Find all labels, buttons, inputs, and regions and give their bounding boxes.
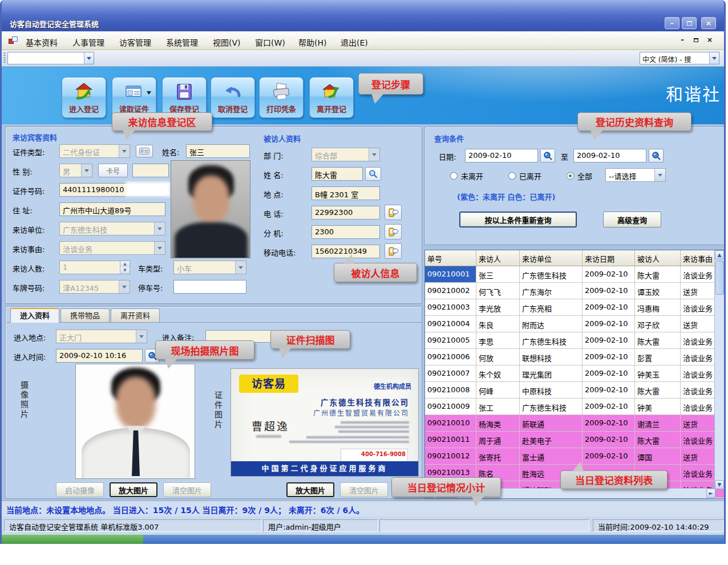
close-button[interactable]: × (701, 17, 716, 29)
table-row[interactable]: 090210009张工广东德生科技2009-02-10钟美洽谈业务 (425, 399, 725, 415)
table-cell[interactable]: 冯惠梅 (635, 299, 681, 316)
clear-card-button[interactable]: 清空图片 (340, 482, 388, 497)
table-cell[interactable]: 2009-02-10 (583, 399, 635, 415)
table-row[interactable]: 090210011周于通赴美电子2009-02-10陈大雷洽谈业务 (425, 432, 725, 448)
table-cell[interactable]: 朱个奴 (476, 365, 520, 382)
date-to-field[interactable]: 2009-02-10 (573, 149, 646, 162)
table-cell[interactable]: 理光集团 (520, 365, 583, 382)
table-cell[interactable]: 李光放 (476, 299, 520, 316)
stepper-up-icon[interactable]: ▲ (120, 261, 130, 267)
table-cell[interactable]: 090210010 (425, 415, 476, 432)
plate-combobox[interactable]: 津A12345 (59, 280, 130, 294)
table-cell[interactable]: 张工 (476, 399, 520, 415)
scroll-right-icon[interactable]: ► (706, 489, 715, 498)
enter-registration-button[interactable]: 进入登记 (62, 77, 106, 118)
table-cell[interactable]: 钟美玉 (635, 365, 681, 382)
table-cell[interactable]: 洽谈业务 (681, 299, 715, 316)
table-cell[interactable]: 090210002 (425, 283, 476, 299)
table-cell[interactable]: 朱良 (476, 316, 520, 332)
quick-select-combobox[interactable] (7, 52, 94, 64)
table-cell[interactable]: 送货 (681, 415, 715, 432)
table-cell[interactable]: 2009-02-10 (583, 266, 635, 283)
address-field[interactable]: 广州市中山大道89号 (59, 202, 165, 216)
table-cell[interactable]: 2009-02-10 (583, 299, 635, 316)
table-row[interactable]: 090210007朱个奴理光集团2009-02-10钟美玉洽谈业务 (425, 365, 725, 382)
print-receipt-button[interactable]: 打印凭条 (259, 77, 304, 118)
zoom-card-button[interactable]: 放大图片 (286, 482, 334, 497)
restore-button[interactable] (682, 17, 697, 29)
table-cell[interactable]: 090210001 (425, 266, 476, 283)
table-cell[interactable]: 2009-02-10 (583, 448, 635, 465)
start-camera-button[interactable]: 启动摄像 (56, 482, 104, 497)
leave-registration-button[interactable]: 离开登记 (309, 77, 354, 118)
toolbar-grip[interactable] (3, 52, 6, 64)
menu-item-basic-data[interactable]: 基本资料 (22, 35, 61, 49)
chevron-down-icon[interactable] (709, 52, 719, 64)
table-row[interactable]: 090210008何峰中原科技2009-02-10陈大雷洽谈业务 (425, 382, 725, 399)
sms-notify-button-mobile[interactable] (385, 243, 402, 259)
stepper-down-icon[interactable]: ▼ (120, 267, 130, 274)
menu-item-help[interactable]: 帮助(H) (295, 35, 330, 49)
table-cell[interactable]: 090210004 (425, 316, 476, 332)
visit-reason-combobox[interactable]: 洽谈业务 (59, 241, 165, 255)
mdi-close-button[interactable]: × (705, 36, 715, 45)
column-header[interactable]: 被访人 (635, 250, 681, 266)
table-row[interactable]: 090210005李思广东德生科技2009-02-10陈大雷洽谈业务 (425, 332, 725, 349)
card-reader-button[interactable] (136, 145, 153, 157)
table-cell[interactable]: 赴美电子 (520, 432, 583, 448)
cancel-registration-button[interactable]: 取消登记 (211, 77, 255, 118)
table-cell[interactable]: 广东德生科技 (520, 332, 583, 349)
table-cell[interactable]: 2009-02-10 (583, 283, 635, 299)
column-header[interactable]: 单号 (425, 250, 476, 266)
date-from-picker-button[interactable] (540, 149, 555, 162)
visit-company-combobox[interactable]: 广东德生科技 (59, 222, 165, 235)
column-header[interactable]: 来访事由 (681, 250, 715, 266)
mdi-restore-button[interactable] (691, 36, 701, 45)
requery-button[interactable]: 按以上条件重新查询 (459, 212, 577, 227)
table-cell[interactable]: 彭置 (635, 349, 681, 365)
table-cell[interactable]: 送货 (681, 316, 715, 332)
table-cell[interactable]: 洽谈业务 (681, 399, 715, 415)
table-cell[interactable]: 何飞飞 (476, 283, 520, 299)
menu-item-hr[interactable]: 人事管理 (69, 35, 108, 49)
table-cell[interactable]: 张三 (476, 266, 520, 283)
language-combobox[interactable]: 中文 (简体) - 搜 (640, 52, 719, 64)
column-header[interactable]: 来访日期 (583, 250, 635, 266)
table-cell[interactable]: 090210007 (425, 365, 476, 382)
vehicle-type-combobox[interactable]: 小车 (173, 261, 246, 274)
table-cell[interactable]: 090210009 (425, 399, 476, 415)
sms-notify-button-phone[interactable] (385, 205, 402, 220)
table-cell[interactable]: 何峰 (476, 382, 520, 399)
entry-place-combobox[interactable]: 正大门 (56, 330, 147, 343)
table-cell[interactable]: 广东德生科技 (520, 266, 583, 283)
table-cell[interactable]: 谢清兰 (635, 415, 681, 432)
table-cell[interactable]: 陈大雷 (635, 382, 681, 399)
dept-combobox[interactable]: 综合部 (312, 148, 380, 161)
phone-field[interactable]: 22992300 (312, 206, 380, 220)
table-cell[interactable]: 联想科技 (520, 349, 583, 365)
table-cell[interactable]: 2009-02-10 (583, 316, 635, 332)
parking-field[interactable] (173, 280, 246, 294)
table-cell[interactable]: 附而达 (520, 316, 583, 332)
table-cell[interactable]: 洽谈业务 (681, 432, 715, 448)
table-cell[interactable]: 洽谈业务 (681, 365, 715, 382)
visitor-name-field[interactable]: 张三 (186, 144, 250, 158)
scroll-down-icon[interactable]: ▼ (715, 480, 724, 489)
table-cell[interactable]: 谭玉姣 (635, 283, 681, 299)
table-cell[interactable]: 090210003 (425, 299, 476, 316)
table-cell[interactable]: 送货 (681, 448, 715, 465)
table-cell[interactable]: 陈大雷 (635, 332, 681, 349)
table-cell[interactable]: 新联通 (520, 415, 583, 432)
status-select-combobox[interactable]: --请选择 (605, 168, 666, 182)
gender-combobox[interactable]: 男 (59, 164, 92, 177)
zoom-photo-button[interactable]: 放大图片 (110, 482, 157, 497)
menu-item-window[interactable]: 窗口(W) (252, 35, 289, 49)
table-cell[interactable]: 张寄托 (476, 448, 520, 465)
clear-photo-button[interactable]: 清空图片 (163, 482, 211, 497)
visitor-count-stepper[interactable]: 1 ▲▼ (59, 261, 130, 274)
visited-name-field[interactable]: 陈大雷 (312, 167, 363, 181)
table-cell[interactable]: 2009-02-10 (583, 415, 635, 432)
menu-item-system[interactable]: 系统管理 (163, 35, 201, 49)
menu-item-view[interactable]: 视图(V) (209, 35, 244, 49)
table-cell[interactable]: 陈大雷 (635, 266, 681, 283)
